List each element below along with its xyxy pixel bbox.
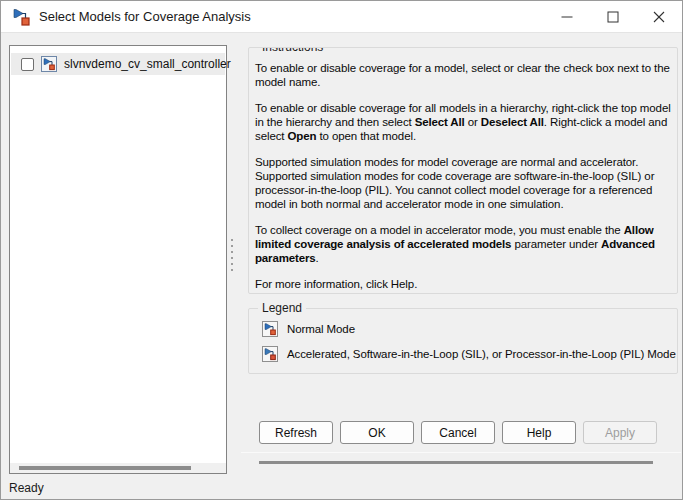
instructions-paragraph: Supported simulation modes for model cov… (255, 155, 671, 211)
tree-horizontal-scrollbar[interactable] (10, 463, 226, 473)
dialog-button-row: Refresh OK Cancel Help Apply (259, 421, 657, 444)
splitter-grip-icon (231, 239, 233, 271)
model-checkbox[interactable] (21, 58, 34, 71)
legend-item-normal: Normal Mode (255, 321, 677, 337)
instructions-paragraph: To collect coverage on a model in accele… (255, 223, 671, 265)
dialog-window: Select Models for Coverage Analysis slvn… (0, 0, 683, 500)
status-bar: Ready (1, 477, 682, 499)
apply-button: Apply (583, 421, 657, 444)
close-button[interactable] (636, 1, 682, 32)
instructions-groupbox-title: Instructions (258, 47, 327, 55)
simulink-model-coverage-icon (12, 8, 30, 26)
legend-groupbox-title: Legend (258, 301, 306, 316)
right-horizontal-scrollbar[interactable] (241, 452, 681, 466)
legend-item-accelerated: Accelerated, Software-in-the-Loop (SIL),… (255, 346, 677, 362)
status-text: Ready (9, 481, 44, 495)
instructions-paragraph: To enable or disable coverage for all mo… (255, 101, 671, 143)
maximize-icon (607, 11, 619, 23)
legend-item-label: Normal Mode (287, 323, 355, 335)
titlebar: Select Models for Coverage Analysis (1, 1, 682, 33)
maximize-button[interactable] (590, 1, 636, 32)
legend-groupbox: Legend Normal Mode Accelerated, Software… (248, 308, 678, 374)
normal-mode-icon (262, 321, 278, 337)
help-button[interactable]: Help (502, 421, 576, 444)
refresh-button[interactable]: Refresh (259, 421, 333, 444)
instructions-paragraph: To enable or disable coverage for a mode… (255, 61, 671, 89)
legend-item-label: Accelerated, Software-in-the-Loop (SIL),… (287, 348, 676, 360)
cancel-button[interactable]: Cancel (421, 421, 495, 444)
instructions-groupbox: Instructions To enable or disable covera… (248, 47, 678, 294)
model-tree-item[interactable]: slvnvdemo_cv_small_controller (11, 53, 225, 75)
minimize-button[interactable] (544, 1, 590, 32)
right-horizontal-scrollbar-thumb[interactable] (259, 461, 653, 464)
minimize-icon (561, 11, 573, 23)
tree-horizontal-scrollbar-thumb[interactable] (19, 466, 191, 470)
close-icon (653, 11, 665, 23)
ok-button[interactable]: OK (340, 421, 414, 444)
panel-splitter[interactable] (228, 45, 238, 474)
instructions-paragraphs: To enable or disable coverage for a mode… (249, 48, 677, 291)
model-tree-item-label: slvnvdemo_cv_small_controller (64, 57, 231, 71)
window-title: Select Models for Coverage Analysis (39, 9, 251, 24)
model-tree-panel: slvnvdemo_cv_small_controller (9, 45, 227, 474)
normal-mode-model-icon (41, 56, 57, 72)
accelerated-mode-icon (262, 346, 278, 362)
window-controls (544, 1, 682, 32)
instructions-paragraph: For more information, click Help. (255, 277, 671, 291)
